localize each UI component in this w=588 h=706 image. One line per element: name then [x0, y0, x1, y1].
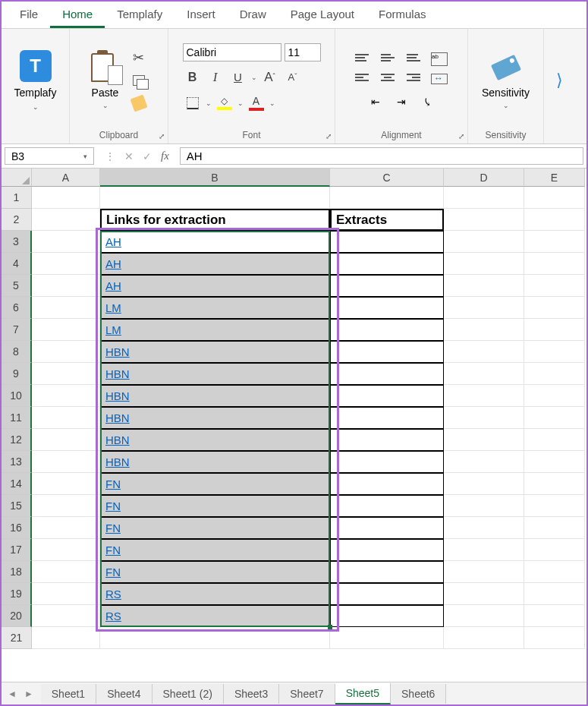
font-launcher[interactable]: ⤢: [325, 132, 332, 140]
cell-D12[interactable]: [444, 429, 524, 451]
chevron-down-icon[interactable]: ⌄: [269, 99, 275, 107]
merge-center-button[interactable]: [428, 70, 451, 88]
row-header-15[interactable]: 15: [2, 495, 32, 517]
chevron-down-icon[interactable]: ⌄: [206, 99, 212, 107]
cell-E12[interactable]: [524, 429, 585, 451]
overflow-icon[interactable]: ⟩: [556, 71, 563, 90]
cell-E9[interactable]: [524, 363, 585, 385]
cell-A12[interactable]: [32, 429, 100, 451]
font-name-select[interactable]: [183, 43, 281, 61]
cell-B7[interactable]: LM: [100, 319, 330, 341]
cell-D19[interactable]: [444, 583, 524, 605]
paste-button[interactable]: Paste ⌄: [91, 52, 120, 109]
column-header-A[interactable]: A: [32, 169, 100, 187]
cell-A16[interactable]: [32, 517, 100, 539]
cell-A19[interactable]: [32, 583, 100, 605]
cell-A7[interactable]: [32, 319, 100, 341]
row-header-7[interactable]: 7: [2, 319, 32, 341]
orientation-button[interactable]: ⤹: [416, 93, 439, 111]
cell-B5[interactable]: AH: [100, 275, 330, 297]
cell-E3[interactable]: [524, 231, 585, 253]
tab-templafy[interactable]: Templafy: [105, 2, 175, 28]
row-header-9[interactable]: 9: [2, 363, 32, 385]
row-header-19[interactable]: 19: [2, 583, 32, 605]
row-header-3[interactable]: 3: [2, 231, 32, 253]
cell-B1[interactable]: [100, 187, 330, 209]
cell-B12[interactable]: HBN: [100, 429, 330, 451]
cell-E15[interactable]: [524, 495, 585, 517]
cell-A8[interactable]: [32, 341, 100, 363]
cell-A14[interactable]: [32, 473, 100, 495]
clipboard-launcher[interactable]: ⤢: [159, 132, 165, 140]
fill-color-button[interactable]: ◇: [215, 93, 234, 113]
cell-C9[interactable]: [330, 363, 444, 385]
underline-button[interactable]: U: [228, 68, 248, 87]
cell-C18[interactable]: [330, 561, 444, 583]
row-header-13[interactable]: 13: [2, 451, 32, 473]
fx-icon[interactable]: fx: [161, 150, 169, 162]
cell-A15[interactable]: [32, 495, 100, 517]
row-header-6[interactable]: 6: [2, 297, 32, 319]
chevron-down-icon[interactable]: ⌄: [251, 74, 257, 81]
sensitivity-button[interactable]: Sensitivity ⌄: [479, 49, 533, 112]
sheet-tab-sheet6[interactable]: Sheet6: [391, 684, 446, 704]
cell-C1[interactable]: [330, 187, 444, 209]
cell-D2[interactable]: [444, 209, 524, 231]
cell-B17[interactable]: FN: [100, 539, 330, 561]
column-header-C[interactable]: C: [330, 169, 444, 187]
row-header-14[interactable]: 14: [2, 473, 32, 495]
tab-draw[interactable]: Draw: [228, 2, 278, 28]
cell-D5[interactable]: [444, 275, 524, 297]
cell-D18[interactable]: [444, 561, 524, 583]
cell-E13[interactable]: [524, 451, 585, 473]
column-header-E[interactable]: E: [524, 169, 585, 187]
tab-insert[interactable]: Insert: [175, 2, 228, 28]
cell-C13[interactable]: [330, 451, 444, 473]
sheet-tab-sheet1[interactable]: Sheet1: [41, 684, 96, 704]
cell-D13[interactable]: [444, 451, 524, 473]
align-left-button[interactable]: [351, 70, 373, 88]
cell-B18[interactable]: FN: [100, 561, 330, 583]
cell-C8[interactable]: [330, 341, 444, 363]
sheet-tab-sheet1-2[interactable]: Sheet1 (2): [153, 684, 224, 704]
cell-C16[interactable]: [330, 517, 444, 539]
cell-A18[interactable]: [32, 561, 100, 583]
row-header-5[interactable]: 5: [2, 275, 32, 297]
cell-C15[interactable]: [330, 495, 444, 517]
wrap-text-button[interactable]: ab: [428, 50, 451, 68]
cell-D9[interactable]: [444, 363, 524, 385]
row-header-12[interactable]: 12: [2, 429, 32, 451]
cell-B9[interactable]: HBN: [100, 363, 330, 385]
cancel-icon[interactable]: ✕: [124, 150, 134, 162]
name-box[interactable]: B3 ▾: [5, 147, 94, 165]
cell-C7[interactable]: [330, 319, 444, 341]
spreadsheet-grid[interactable]: ABCDE12Links for extractionExtracts3AH4A…: [2, 169, 586, 682]
cell-B19[interactable]: RS: [100, 583, 330, 605]
cell-E5[interactable]: [524, 275, 585, 297]
cell-D20[interactable]: [444, 605, 524, 627]
cell-E10[interactable]: [524, 385, 585, 407]
cell-E4[interactable]: [524, 253, 585, 275]
cell-D14[interactable]: [444, 473, 524, 495]
font-color-button[interactable]: A: [247, 93, 266, 113]
cell-D3[interactable]: [444, 231, 524, 253]
sheet-tab-sheet4[interactable]: Sheet4: [96, 684, 152, 704]
sheet-nav-prev[interactable]: ◄: [8, 689, 17, 699]
row-header-8[interactable]: 8: [2, 341, 32, 363]
fill-handle[interactable]: [328, 625, 332, 629]
cell-E20[interactable]: [524, 605, 585, 627]
column-header-D[interactable]: D: [444, 169, 524, 187]
cell-B10[interactable]: HBN: [100, 385, 330, 407]
cell-A17[interactable]: [32, 539, 100, 561]
shrink-font-button[interactable]: Aˇ: [283, 68, 303, 87]
cell-A4[interactable]: [32, 253, 100, 275]
cell-A9[interactable]: [32, 363, 100, 385]
sheet-tab-sheet7[interactable]: Sheet7: [279, 684, 335, 704]
cell-A20[interactable]: [32, 605, 100, 627]
decrease-indent-button[interactable]: ⇤: [364, 93, 387, 111]
cell-B6[interactable]: LM: [100, 297, 330, 319]
tab-file[interactable]: File: [8, 2, 50, 28]
cell-A3[interactable]: [32, 231, 100, 253]
cell-B16[interactable]: FN: [100, 517, 330, 539]
row-header-11[interactable]: 11: [2, 407, 32, 429]
